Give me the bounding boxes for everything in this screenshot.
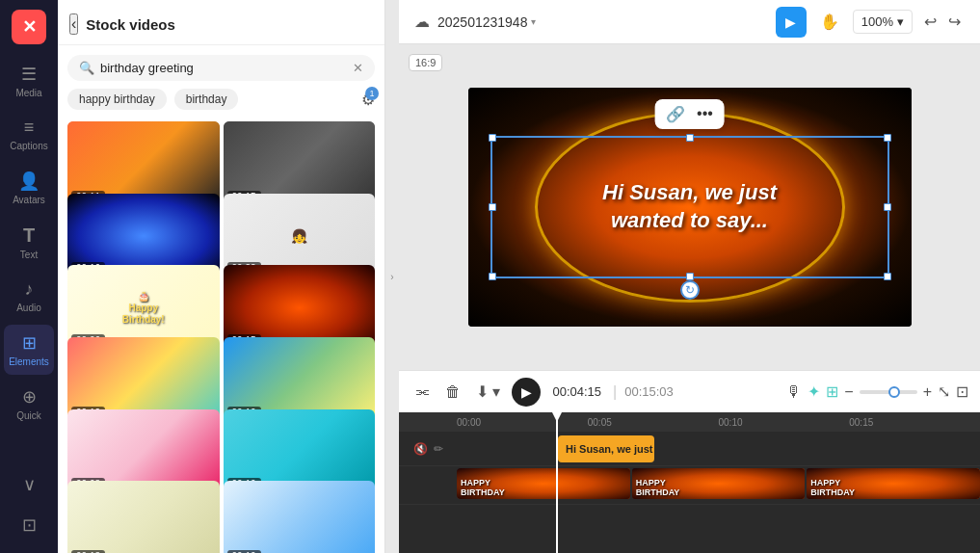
split-button[interactable]: ⫘ [411,380,434,405]
timeline-toolbar: ⫘ 🗑 ⬇ ▾ ▶ 00:04:15 | 00:15:03 🎙 ✦ ⊞ − + … [399,370,980,412]
media-icon: ☰ [21,64,37,85]
sidebar-item-text[interactable]: T Text [4,217,54,268]
sidebar-item-media[interactable]: ☰ Media [4,56,54,106]
link-button[interactable]: 🔗 [666,105,685,123]
sidebar-item-label: Captions [10,141,47,151]
app-logo[interactable]: ✕ [12,10,46,44]
editor-area: ☁ 202501231948 ▾ ▶ ✋ 100% ▾ ↩ ↪ 16:9 [399,0,980,553]
video-clip-segment[interactable]: HAPPYBIRTHDAY [632,468,806,499]
selection-handle-br[interactable] [884,273,891,280]
play-button[interactable]: ▶ [776,7,807,38]
undo-button[interactable]: ↩ [920,9,940,35]
redo-button[interactable]: ↪ [944,9,965,35]
time-mark: 00:10 [719,417,850,428]
tag-row: happy birthday birthday [67,89,354,110]
captions-icon: ≡ [24,118,35,138]
time-mark: 00:15 [849,417,980,428]
sidebar-item-label: Quick [16,410,41,421]
sidebar-item-subtitles[interactable]: ⊡ [4,507,54,543]
timeline-play-button[interactable]: ▶ [512,378,541,407]
stock-panel: ‹ Stock videos 🔍 ✕ happy birthday birthd… [58,0,385,553]
video-clip-segment[interactable]: HAPPYBIRTHDAY [457,468,630,499]
selection-handle-tr[interactable] [884,134,891,142]
zoom-out-button[interactable]: − [844,383,853,401]
download-button[interactable]: ⬇ ▾ [472,379,504,405]
chevron-down-icon: ▾ [897,14,904,29]
sidebar-item-more[interactable]: ∨ [4,466,54,503]
total-time: 00:15:03 [624,384,674,399]
toolbar-left: ☁ 202501231948 ▾ [414,13,536,31]
panel-header: ‹ Stock videos [58,0,384,45]
text-track-controls: 🔇 ✏ [399,442,457,456]
align-button[interactable]: ⊞ [826,382,838,401]
panel-title: Stock videos [86,16,373,33]
selection-handle-bm[interactable] [686,273,694,280]
text-icon: T [23,224,35,247]
sidebar-item-audio[interactable]: ♪ Audio [4,272,54,321]
video-clip-segment[interactable]: HAPPYBIRTHDAY [807,468,980,499]
timeline-area: ⫘ 🗑 ⬇ ▾ ▶ 00:04:15 | 00:15:03 🎙 ✦ ⊞ − + … [399,370,980,553]
sidebar-item-elements[interactable]: ⊞ Elements [4,325,54,375]
zoom-level-button[interactable]: 100% ▾ [853,10,913,34]
upload-icon: ☁ [414,13,430,31]
playhead[interactable] [556,412,558,553]
sidebar: ✕ ☰ Media ≡ Captions 👤 Avatars T Text ♪ … [0,0,58,553]
context-toolbar: 🔗 ••• [654,99,725,129]
selection-handle-tl[interactable] [489,134,496,142]
search-bar: 🔍 ✕ [67,55,375,81]
filter-button[interactable]: ⚙ 1 [361,91,375,109]
text-track: 🔇 ✏ Hi Susan, we just [399,432,980,466]
current-time: 00:04:15 [552,384,601,399]
panel-collapse-handle[interactable]: › [385,0,399,553]
canvas-wrapper: 16:9 🔗 ••• ↻ Hi S [399,44,980,370]
tag-birthday[interactable]: birthday [174,89,239,110]
text-track-content: Hi Susan, we just [457,432,980,465]
avatars-icon: 👤 [18,171,40,192]
zoom-in-button[interactable]: + [923,383,932,401]
mute-button[interactable]: 🔇 [413,442,428,456]
sidebar-item-avatars[interactable]: 👤 Avatars [4,163,54,213]
video-track: HAPPYBIRTHDAY HAPPYBIRTHDAY HAPPYBIRTHDA… [399,466,980,505]
zoom-slider[interactable] [860,390,917,394]
clip-label: HAPPYBIRTHDAY [810,478,855,497]
sidebar-item-quick[interactable]: ⊕ Quick [4,379,54,429]
text-clip[interactable]: Hi Susan, we just [558,435,654,462]
clip-label: HAPPYBIRTHDAY [461,478,505,497]
search-clear-button[interactable]: ✕ [353,61,363,75]
captions-toggle-button[interactable]: ⊡ [956,382,968,401]
sidebar-item-label: Elements [9,356,49,367]
tag-happy-birthday[interactable]: happy birthday [67,89,167,110]
hb-overlay: 🎂HappyBirthday! [122,291,165,326]
video-canvas[interactable]: 🔗 ••• ↻ Hi Susan, we just wanted to say.… [468,88,912,327]
timeline-tracks: 00:00 00:05 00:10 00:15 🔇 ✏ Hi Susan, [399,412,980,553]
search-input[interactable] [100,61,347,75]
sidebar-item-label: Audio [16,303,41,313]
sidebar-item-label: Text [20,250,38,260]
mic-button[interactable]: 🎙 [786,383,802,401]
editor-toolbar: ☁ 202501231948 ▾ ▶ ✋ 100% ▾ ↩ ↪ [399,0,980,44]
text-selection-box[interactable]: 🔗 ••• ↻ [490,136,889,279]
video-track-content: HAPPYBIRTHDAY HAPPYBIRTHDAY HAPPYBIRTHDA… [457,466,980,504]
chevron-down-icon: ▾ [531,16,536,27]
back-button[interactable]: ‹ [69,13,78,35]
hand-tool-button[interactable]: ✋ [814,7,845,38]
delete-button[interactable]: 🗑 [441,380,464,405]
edit-button[interactable]: ✏ [434,442,443,456]
more-options-button[interactable]: ••• [697,105,713,122]
video-grid: 00:11 00:15 00:16 👧 00:33 🎂HappyBirthday… [58,118,384,553]
time-ruler: 00:00 00:05 00:10 00:15 [399,412,980,432]
sidebar-item-captions[interactable]: ≡ Captions [4,110,54,159]
video-thumb[interactable]: 00:10 [224,481,376,553]
magic-button[interactable]: ✦ [808,382,820,401]
search-icon: 🔍 [79,61,94,75]
selection-handle-mr[interactable] [884,203,891,211]
video-thumb[interactable]: 00:18 [67,481,220,553]
selection-handle-tm[interactable] [686,134,694,142]
selection-handle-ml[interactable] [489,203,496,211]
rotate-handle[interactable]: ↻ [680,280,700,300]
clip-label: HAPPYBIRTHDAY [636,478,680,497]
project-name[interactable]: 202501231948 ▾ [437,14,536,30]
fullscreen-button[interactable]: ⤡ [938,382,950,401]
selection-handle-bl[interactable] [489,273,496,280]
time-mark: 00:05 [588,417,719,428]
